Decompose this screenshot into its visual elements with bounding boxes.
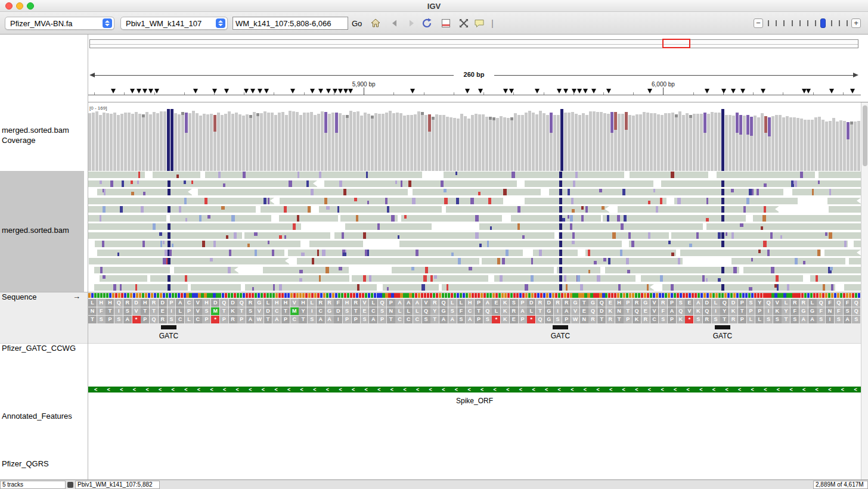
aligned-read[interactable]: [383, 284, 439, 291]
sequence-bases-row[interactable]: [88, 293, 861, 298]
zoom-slider-thumb[interactable]: [820, 18, 826, 28]
genome-select[interactable]: Pfizer_MVA-BN.fa: [5, 17, 114, 30]
chromosome-select[interactable]: Pbiv1_WM_k141_107: [120, 17, 228, 30]
aligned-read[interactable]: [413, 189, 541, 195]
track-name-coverage[interactable]: merged.sorted.bam Coverage: [2, 125, 85, 145]
strand-chevron-icon: <: [120, 387, 123, 393]
aligned-read[interactable]: [511, 215, 601, 222]
aligned-read[interactable]: [629, 241, 848, 247]
aligned-read[interactable]: [297, 258, 479, 264]
gatc-feature[interactable]: [161, 325, 176, 329]
track-name-qgrs[interactable]: Pfizer_QGRS: [2, 459, 85, 469]
back-button[interactable]: [389, 17, 401, 29]
aligned-read[interactable]: [827, 198, 861, 204]
aligned-read[interactable]: [829, 206, 861, 213]
chromosome-ideogram[interactable]: [89, 39, 858, 48]
aligned-read[interactable]: [585, 250, 676, 256]
define-region-button[interactable]: [440, 17, 452, 29]
refresh-button[interactable]: [421, 17, 433, 29]
aligned-read[interactable]: [88, 223, 301, 230]
aligned-read[interactable]: [844, 284, 861, 291]
aligned-read[interactable]: [671, 232, 861, 239]
forward-button[interactable]: [405, 17, 417, 29]
zoom-slider[interactable]: [768, 18, 849, 28]
visible-region-box[interactable]: [662, 39, 690, 48]
aligned-read[interactable]: [605, 267, 739, 273]
amino-acid-cell: K: [729, 307, 737, 315]
aligned-read[interactable]: [479, 223, 703, 230]
aligned-read[interactable]: [309, 241, 363, 247]
home-button[interactable]: [370, 17, 382, 29]
spike-orf-feature[interactable]: <<<<<<<<<<<<<<<<<<<<<<<<<<<<<<<<<<<<<<<<…: [88, 387, 861, 393]
fit-to-window-button[interactable]: [458, 17, 470, 29]
aligned-read[interactable]: [792, 189, 861, 195]
aligned-read[interactable]: [100, 275, 147, 282]
aligned-read[interactable]: [89, 258, 289, 264]
amino-acid-cell: A: [466, 316, 474, 323]
aligned-read[interactable]: [525, 198, 666, 204]
aligned-read[interactable]: [205, 172, 422, 178]
aligned-read[interactable]: [753, 215, 861, 222]
aligned-read[interactable]: [334, 232, 555, 239]
scrollbar-thumb[interactable]: [863, 105, 867, 166]
aligned-read[interactable]: [525, 180, 654, 187]
aligned-read[interactable]: [279, 215, 338, 222]
aligned-read[interactable]: [340, 215, 398, 222]
aligned-read[interactable]: [88, 206, 256, 213]
aligned-read[interactable]: [280, 198, 503, 204]
aligned-read[interactable]: [854, 241, 861, 247]
aligned-read[interactable]: [345, 223, 432, 230]
alignments-track[interactable]: [88, 172, 861, 292]
track-name-annotated-features[interactable]: Annotated_Features: [2, 411, 85, 421]
aligned-read[interactable]: [743, 267, 861, 273]
aligned-read[interactable]: [849, 258, 861, 264]
aligned-read[interactable]: [680, 250, 821, 256]
aligned-read[interactable]: [482, 258, 682, 264]
locus-input[interactable]: [232, 17, 348, 30]
aligned-read[interactable]: [94, 284, 188, 291]
aligned-read[interactable]: [674, 198, 797, 204]
aligned-read[interactable]: [706, 223, 861, 230]
aligned-read[interactable]: [392, 267, 554, 273]
aligned-read[interactable]: [661, 180, 861, 187]
track-name-sequence[interactable]: Sequence: [2, 292, 67, 302]
aligned-read[interactable]: [630, 172, 708, 178]
coverage-track[interactable]: [0 - 169]: [88, 104, 861, 171]
zoom-in-button[interactable]: +: [851, 18, 861, 28]
aligned-read[interactable]: [618, 206, 779, 213]
base-position-ruler[interactable]: 5,900 bp6,000 bp: [88, 81, 861, 95]
aligned-read[interactable]: [399, 241, 622, 247]
sequence-strand-arrow-icon[interactable]: →: [73, 292, 80, 301]
aligned-read[interactable]: [198, 189, 407, 195]
aligned-read[interactable]: [442, 284, 654, 291]
aligned-read[interactable]: [191, 284, 241, 291]
aligned-read[interactable]: [88, 198, 274, 204]
aligned-read[interactable]: [824, 250, 861, 256]
status-icon[interactable]: [67, 482, 73, 488]
aligned-read[interactable]: [401, 215, 503, 222]
track-name-gatc[interactable]: Pfizer_GATC_CCWG: [2, 343, 85, 353]
zoom-out-button[interactable]: −: [754, 18, 763, 28]
aligned-read[interactable]: [731, 258, 845, 264]
translation-row-3[interactable]: TSPSA*PQRSCLCP*PRPAWTAPCTSAAIPPSAPTCCCST…: [88, 316, 861, 323]
track-name-alignments[interactable]: merged.sorted.bam: [2, 225, 85, 235]
gatc-feature[interactable]: [553, 325, 568, 329]
aligned-read[interactable]: [819, 172, 861, 178]
aligned-read[interactable]: [94, 267, 170, 273]
aligned-read[interactable]: [95, 241, 300, 247]
translation-row-1[interactable]: LHHQRDHRDPACVHDQDQRGLHHVHLRRFHRVLQPAAAVR…: [88, 299, 861, 307]
aligned-read[interactable]: [352, 275, 488, 282]
translation-row-2[interactable]: NFTISVTTEILPVSMTKTSVDCTMYICGDSTECSNLLLQY…: [88, 307, 861, 315]
aligned-read[interactable]: [557, 267, 601, 273]
aligned-read[interactable]: [444, 172, 624, 178]
aligned-read[interactable]: [263, 267, 349, 273]
gatc-track[interactable]: GATCGATCGATC: [88, 325, 861, 343]
gatc-feature[interactable]: [715, 325, 730, 329]
comment-button[interactable]: [473, 17, 485, 29]
vertical-scrollbar[interactable]: [861, 102, 868, 479]
aligned-read[interactable]: [549, 189, 784, 195]
aligned-read[interactable]: [324, 180, 516, 187]
go-button[interactable]: Go: [352, 19, 362, 28]
aligned-read[interactable]: [88, 172, 145, 178]
aligned-read[interactable]: [88, 232, 242, 239]
